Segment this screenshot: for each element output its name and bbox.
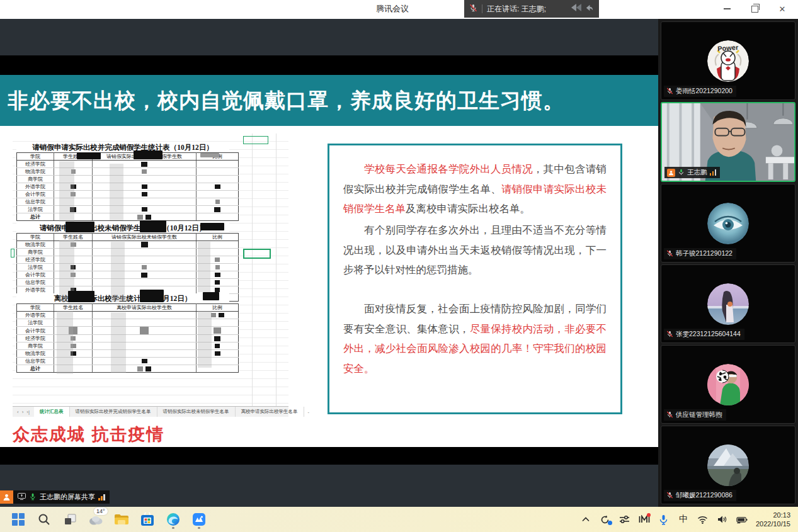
participant-name-badge: 娄雨恬2021290200	[664, 86, 736, 97]
college-name: 信息学院	[17, 198, 54, 206]
microsoft-store-icon[interactable]	[139, 510, 156, 529]
close-button[interactable]: ✕	[773, 1, 792, 17]
muted-mic-icon	[666, 250, 673, 258]
data-cell	[93, 206, 197, 213]
task-view-icon[interactable]	[62, 510, 78, 529]
redacted-value	[142, 207, 147, 212]
minimize-button[interactable]	[717, 1, 736, 17]
sheet-nav-prev[interactable]: ‹	[17, 409, 19, 415]
redaction-block	[200, 153, 219, 157]
slide-banner: 非必要不出校，校内自觉佩戴口罩，养成良好的卫生习惯。	[0, 75, 658, 126]
data-cell	[197, 161, 239, 168]
participant-name: 王志鹏	[687, 168, 707, 177]
redacted-value	[215, 184, 220, 189]
selected-cell	[243, 136, 268, 144]
mic-on-icon	[678, 169, 685, 177]
table-footer-label: 总计	[17, 213, 54, 221]
redaction-block	[200, 223, 224, 230]
redacted-value	[215, 258, 220, 262]
file-explorer-icon[interactable]	[113, 510, 130, 529]
college-name: 会计学院	[17, 191, 54, 198]
statistics-table: 请销假申请实际出校并完成销假学生统计表（10月12日）学院学生姓名请销假实际出校…	[16, 142, 229, 221]
participant-name: 韩子骏2121290122	[676, 249, 732, 258]
tencent-meeting-window: 腾讯会议 正在讲话: 王志鹏; ✕ 非必要不出校，校内自觉佩戴口罩	[0, 0, 798, 532]
sheet-tab[interactable]: 请销假实际出校并完成销假学生名单	[70, 407, 157, 417]
muted-mic-icon	[666, 492, 673, 500]
tray-clock[interactable]: 20:13 2022/10/15	[756, 511, 790, 529]
tencent-meeting-icon[interactable]	[191, 510, 207, 529]
app-m-icon[interactable]	[639, 512, 650, 527]
redacted-value	[215, 351, 220, 356]
blur-smudge	[111, 312, 126, 373]
sheet-tab[interactable]: 统计汇总表	[34, 407, 70, 417]
sheet-tab[interactable]: 离校申请实际出校学生名单	[236, 407, 304, 417]
sheet-nav-last[interactable]: ›|	[26, 409, 30, 415]
data-cell	[197, 198, 239, 206]
ime-indicator[interactable]: 中	[678, 512, 689, 527]
notification-dot	[647, 513, 651, 517]
column-header: 学生姓名	[54, 234, 93, 241]
participant-tile[interactable]: 邹曦媛2121290086	[661, 426, 795, 504]
speaking-label: 正在讲话: 王志鹏;	[487, 4, 546, 14]
battery-charging-icon[interactable]	[736, 512, 748, 527]
redaction-block	[66, 222, 94, 232]
data-cell	[197, 183, 239, 191]
restore-button[interactable]	[745, 1, 764, 17]
sheet-tab[interactable]: 请销假实际出校未销假学生名单	[157, 407, 236, 417]
running-indicator	[198, 527, 200, 529]
settings-sliders-icon[interactable]	[619, 512, 630, 527]
muted-mic-icon	[666, 411, 673, 419]
edge-browser-icon[interactable]	[165, 510, 181, 529]
college-name: 信息学院	[17, 358, 54, 365]
host-person-icon	[667, 169, 675, 177]
clock-date: 2022/10/15	[756, 519, 790, 528]
speaking-indicator: 正在讲话: 王志鹏;	[464, 0, 599, 18]
search-icon[interactable]	[36, 510, 52, 529]
data-cell	[93, 271, 197, 279]
data-cell	[197, 168, 239, 176]
sheet-nav-next[interactable]: ›	[22, 409, 24, 415]
muted-mic-icon	[666, 331, 673, 339]
college-name: 法学院	[17, 319, 54, 327]
mic-on-icon	[29, 493, 37, 502]
data-cell	[93, 264, 197, 271]
data-cell	[93, 327, 197, 335]
wifi-icon[interactable]	[697, 512, 709, 527]
participant-tile[interactable]: 供应链管理韩煦	[661, 345, 795, 424]
participant-tile[interactable]: 韩子骏2121290122	[661, 184, 795, 263]
redacted-value	[141, 162, 147, 167]
data-cell	[93, 183, 197, 191]
running-indicator	[172, 527, 174, 529]
tray-chevron-icon[interactable]	[580, 512, 591, 527]
update-sync-icon[interactable]	[600, 512, 611, 527]
college-name: 经济学院	[17, 335, 54, 342]
blur-smudge	[198, 311, 212, 368]
start-button[interactable]	[10, 510, 26, 529]
column-header: 学生姓名	[54, 304, 93, 312]
speaker-icon[interactable]	[717, 512, 728, 527]
avatar: Power	[707, 40, 749, 82]
sheet-tab-bar: ‹ › ›| 统计汇总表请销假实际出校并完成销假学生名单请销假实际出校未销假学生…	[13, 406, 288, 417]
redacted-value	[215, 280, 220, 285]
participant-tile[interactable]: Power 娄雨恬2021290200	[661, 21, 795, 100]
annotation-arrow-icon[interactable]	[569, 3, 583, 15]
participant-name: 供应链管理韩煦	[676, 410, 722, 419]
divider	[482, 4, 482, 13]
redacted-value	[137, 366, 143, 371]
table-footer-label: 总计	[17, 365, 54, 373]
data-cell	[93, 168, 197, 176]
participant-tile-speaking[interactable]: 王志鹏	[661, 102, 795, 182]
participant-tile[interactable]: 张雯22312125604144	[661, 264, 795, 343]
weather-widget[interactable]: 14°	[88, 510, 104, 529]
sharer-person-icon	[0, 490, 13, 504]
table-title: 请销假申请实际出校未销假学生统计表（10月12日）	[16, 223, 229, 233]
college-name: 商学院	[17, 342, 54, 350]
participant-name-badge: 韩子骏2121290122	[664, 248, 736, 259]
participants-panel: Power 娄雨恬2021290200	[658, 19, 798, 507]
undo-arrow-icon[interactable]	[584, 3, 594, 15]
column-header: 学院	[17, 153, 54, 161]
microphone-tray-icon[interactable]	[658, 512, 670, 527]
college-name: 经济学院	[17, 256, 54, 264]
participant-name-badge: 邹曦媛2121290086	[664, 490, 736, 501]
slide-black-bar-top	[0, 55, 658, 75]
